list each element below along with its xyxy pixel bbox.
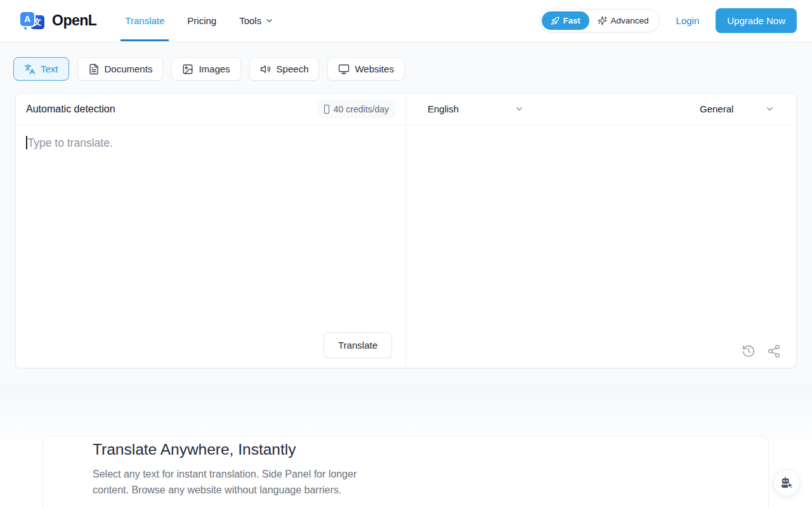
header: 文 A OpenL Translate Pricing Tools [0,0,812,42]
rocket-icon [551,17,560,25]
tab-images[interactable]: Images [171,57,240,81]
translator-section: Text Documents Images Speech [0,42,812,384]
tab-documents[interactable]: Documents [77,57,164,81]
source-pane-header: Automatic detection 40 credits/day [16,93,405,125]
tab-speech-label: Speech [277,64,309,74]
feature-card: Translate Anywhere, Instantly Select any… [43,436,769,508]
chevron-down-icon [514,104,524,114]
tab-websites[interactable]: Websites [327,57,404,81]
main-nav: Translate Pricing Tools [123,0,276,41]
credits-label: 40 credits/day [334,104,389,114]
source-placeholder: Type to translate. [28,137,113,149]
translation-style-label: General [700,104,733,114]
text-cursor [26,136,27,149]
credits-badge: 40 credits/day [318,100,395,118]
target-language-selector[interactable]: English [428,104,524,114]
tab-text[interactable]: Text [13,57,69,81]
mode-tabs: Text Documents Images Speech [13,57,797,81]
assistant-fab-button[interactable] [773,469,800,496]
nav-pricing-label: Pricing [187,15,216,26]
target-output-area [406,125,796,344]
file-text-icon [88,64,100,75]
target-pane-header: English General [406,93,796,125]
brand-logo-icon: 文 A [20,10,47,32]
mode-advanced-label: Advanced [611,16,649,25]
speaker-icon [260,64,272,75]
tab-speech[interactable]: Speech [249,57,320,81]
share-icon[interactable] [767,344,781,358]
source-pane: Automatic detection 40 credits/day Type … [16,93,406,368]
brand-logo[interactable]: 文 A OpenL [20,10,96,32]
target-pane: English General [406,93,796,368]
languages-icon [24,64,36,75]
robot-sparkle-icon [780,476,794,490]
source-pane-footer: Translate [16,332,405,368]
feature-title: Translate Anywhere, Instantly [93,439,743,460]
upgrade-now-button[interactable]: Upgrade Now [716,8,797,33]
brand-name: OpenL [52,12,96,29]
translator-panel: Automatic detection 40 credits/day Type … [15,93,797,368]
translate-button[interactable]: Translate [324,332,392,358]
nav-item-tools[interactable]: Tools [237,0,276,41]
header-right: Fast Advanced Login Upgrade Now [539,8,797,33]
nav-tools-label: Tools [239,15,261,26]
monitor-icon [338,64,350,75]
feature-description: Select any text for instant translation.… [93,467,373,498]
credits-icon [324,105,329,114]
chevron-down-icon [265,16,274,25]
history-icon[interactable] [742,344,756,358]
logo-speech-tail [22,25,27,30]
image-icon [182,64,193,75]
target-language-label: English [428,104,459,114]
tab-websites-label: Websites [355,64,393,74]
nav-item-pricing[interactable]: Pricing [185,0,218,41]
mode-advanced-button[interactable]: Advanced [589,11,657,30]
nav-translate-label: Translate [125,15,164,26]
tab-text-label: Text [41,64,58,74]
target-pane-footer [406,344,796,368]
sparkles-icon [598,16,607,25]
chevron-down-icon [765,104,775,114]
translation-style-selector[interactable]: General [700,104,775,114]
login-link[interactable]: Login [676,15,700,26]
nav-item-translate[interactable]: Translate [123,0,166,41]
source-language-selector[interactable]: Automatic detection [26,104,115,115]
source-text-input[interactable]: Type to translate. [16,125,405,332]
mode-fast-label: Fast [563,16,580,25]
tab-documents-label: Documents [105,64,153,74]
logo-a-glyph: A [20,12,34,26]
mode-fast-button[interactable]: Fast [542,11,589,30]
mode-toggle: Fast Advanced [539,9,660,32]
features-section: Translate Anywhere, Instantly Select any… [0,384,812,508]
tab-images-label: Images [199,64,230,74]
